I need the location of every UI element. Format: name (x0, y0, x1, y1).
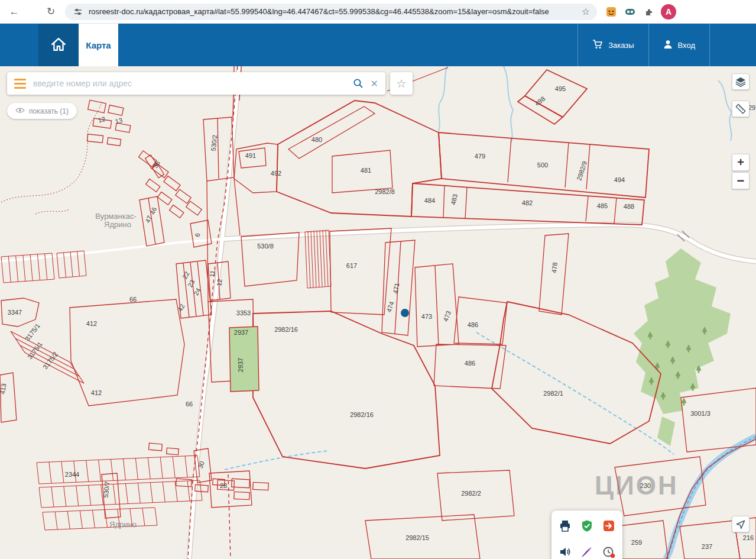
extensions-area (605, 6, 655, 18)
parcel-label: 2344 (65, 471, 79, 478)
parcel-label: 488 (624, 203, 634, 210)
menu-icon[interactable] (14, 79, 26, 89)
bookmark-star-icon[interactable]: ☆ (582, 6, 590, 17)
export-arrow-icon (602, 519, 615, 532)
parcel-label: 486 (465, 360, 475, 367)
reload-icon[interactable]: ↻ (43, 4, 59, 20)
print-button[interactable] (556, 516, 575, 535)
site-info-icon[interactable] (72, 6, 84, 18)
login-button[interactable]: Вход (648, 24, 710, 66)
brush-icon (580, 545, 593, 558)
app-header: Карта Заказы Вход (0, 24, 756, 66)
parcel-label: 3353 (236, 309, 251, 316)
parcel-label: 530/8 (257, 243, 274, 250)
zoom-out-button[interactable]: − (732, 172, 749, 189)
parcel-label: 2982/2 (461, 490, 481, 497)
profile-avatar[interactable]: A (661, 4, 676, 20)
parcel-label: 237 (702, 543, 712, 550)
parcel-label: 66 (129, 296, 137, 303)
parcel-label: 2982/15 (405, 534, 429, 541)
parcel-label: 2937 (237, 358, 244, 372)
person-icon (663, 40, 673, 51)
tab-map[interactable]: Карта (79, 24, 118, 66)
parcel-label: 617 (346, 262, 357, 269)
alarm-button[interactable] (599, 542, 618, 559)
place-label: Ядрино (104, 220, 131, 229)
parcel-label: 473 (421, 313, 432, 320)
map-container: 4954984804814795002982/94942982/84844834… (0, 66, 756, 559)
locate-button[interactable] (732, 516, 749, 532)
header-actions: Заказы Вход (577, 24, 710, 66)
parcel-label: 216 (743, 534, 754, 541)
url-text[interactable]: rosreestr-doc.ru/кадастровая_карта#lat=5… (89, 7, 573, 16)
selected-point-marker[interactable] (401, 309, 409, 317)
parcel-label: 479 (475, 153, 485, 160)
ruler-icon (735, 103, 747, 115)
parcel-label: 500 (537, 161, 548, 169)
eye-icon (15, 107, 25, 115)
map-canvas[interactable]: 4954984804814795002982/94942982/84844834… (0, 66, 756, 559)
parcel-label: 2982/16 (350, 411, 374, 418)
shield-check-button[interactable] (577, 516, 596, 535)
orders-button[interactable]: Заказы (577, 24, 648, 66)
parcel-label: 484 (424, 197, 435, 204)
address-bar[interactable]: rosreestr-doc.ru/кадастровая_карта#lat=5… (65, 4, 597, 20)
home-button[interactable] (38, 24, 79, 66)
parcel-label: 28 (220, 482, 227, 489)
parcel-label: 492 (271, 170, 281, 177)
map-tools-panel (551, 510, 622, 559)
cart-icon (592, 40, 603, 51)
parcel-label: 494 (614, 176, 625, 183)
map-search-bar: ✕ (7, 72, 385, 95)
parcel-label: 412 (86, 320, 97, 327)
audio-button[interactable] (556, 542, 575, 559)
zoom-in-button[interactable]: + (732, 154, 749, 171)
parcel-label: 3001/3 (690, 410, 710, 417)
show-results-button[interactable]: показать (1) (7, 103, 77, 119)
layers-icon (735, 76, 747, 87)
place-label: Ядрино (109, 520, 137, 529)
parcel-label: 230 (640, 482, 651, 489)
speaker-icon (559, 545, 572, 558)
place-label: Вурманкас- (95, 212, 137, 221)
extensions-puzzle-icon[interactable] (643, 6, 655, 18)
highlighted-parcel-2937[interactable] (229, 327, 259, 392)
back-icon[interactable]: ← (6, 4, 22, 20)
layers-button[interactable] (732, 73, 749, 90)
parcel-label: 2937 (234, 329, 248, 336)
search-input[interactable] (33, 79, 346, 88)
shield-check-icon (580, 519, 593, 532)
parcel-label: 66 (186, 400, 193, 408)
parcel-label: 480 (312, 136, 322, 143)
parcel-label: 2982/16 (274, 326, 298, 333)
login-label: Вход (678, 41, 695, 50)
measure-button[interactable] (732, 101, 749, 117)
parcel-label: 12 (215, 279, 223, 286)
parcel-label: 478 (550, 262, 559, 274)
search-icon[interactable] (353, 78, 364, 89)
print-icon (559, 519, 572, 532)
navigation-arrow-icon (735, 519, 746, 529)
alarm-clock-icon (602, 545, 615, 558)
browser-chrome: ← ↻ rosreestr-doc.ru/кадастровая_карта#l… (0, 0, 756, 24)
show-results-label: показать (1) (29, 107, 69, 115)
export-button[interactable] (599, 516, 618, 535)
parcel-label: 11 (208, 270, 216, 277)
parcel-label: 3347 (8, 309, 22, 316)
parcel-label: 259 (631, 539, 642, 546)
parcel-label: 482 (522, 199, 533, 206)
parcel-label: 485 (597, 202, 608, 209)
parcel-label: 2982/8 (375, 188, 395, 195)
parcel-label: 412 (91, 389, 102, 396)
favorites-button[interactable]: ☆ (390, 72, 413, 95)
draw-button[interactable] (577, 542, 596, 559)
parcel-label: 481 (361, 167, 371, 174)
parcel-label: 491 (245, 152, 256, 159)
parcel-label: 495 (555, 85, 566, 92)
home-icon (51, 37, 66, 53)
extension-icon-2[interactable] (624, 6, 636, 18)
clear-search-icon[interactable]: ✕ (371, 78, 378, 89)
extension-icon-1[interactable] (605, 6, 617, 18)
orders-label: Заказы (608, 41, 634, 50)
parcel-label: 486 (468, 321, 478, 328)
